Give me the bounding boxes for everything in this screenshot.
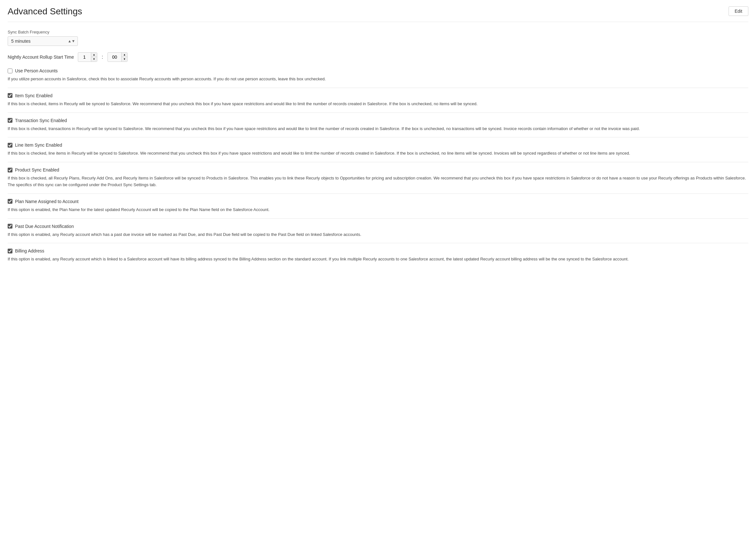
divider-2 — [8, 137, 748, 137]
checkbox-description-billing-address: If this option is enabled, any Recurly a… — [8, 256, 748, 263]
hour-up-button[interactable]: ▲ — [91, 53, 97, 57]
checkbox-section-billing-address: Billing AddressIf this option is enabled… — [8, 248, 748, 263]
divider-0 — [8, 88, 748, 88]
divider-4 — [8, 194, 748, 194]
hour-spinner-buttons: ▲ ▼ — [91, 53, 97, 62]
checkbox-label-transaction-sync-enabled[interactable]: Transaction Sync Enabled — [15, 118, 67, 123]
hour-field-group: ▲ ▼ — [78, 52, 97, 62]
checkbox-line-item-sync-enabled[interactable] — [8, 143, 12, 148]
page-header: Advanced Settings Edit — [8, 6, 748, 22]
checkbox-section-use-person-accounts: Use Person AccountsIf you utilize person… — [8, 68, 748, 88]
checkbox-description-use-person-accounts: If you utilize person accounts in Salesf… — [8, 76, 748, 82]
hour-input[interactable] — [78, 53, 91, 61]
checkbox-product-sync-enabled[interactable] — [8, 168, 12, 173]
checkbox-section-line-item-sync-enabled: Line Item Sync EnabledIf this box is che… — [8, 143, 748, 162]
time-colon: : — [101, 54, 104, 60]
checkbox-label-item-sync-enabled[interactable]: Item Sync Enabled — [15, 93, 53, 98]
checkbox-item-sync-enabled[interactable] — [8, 93, 12, 98]
checkbox-plan-name-assigned[interactable] — [8, 199, 12, 204]
checkbox-section-transaction-sync-enabled: Transaction Sync EnabledIf this box is c… — [8, 118, 748, 138]
checkboxes-container: Use Person AccountsIf you utilize person… — [8, 68, 748, 263]
checkbox-past-due-notification[interactable] — [8, 224, 12, 228]
sync-batch-frequency-wrapper: 5 minutes 1 minute 10 minutes 15 minutes… — [8, 36, 78, 46]
checkbox-section-item-sync-enabled: Item Sync EnabledIf this box is checked,… — [8, 93, 748, 113]
checkbox-label-product-sync-enabled[interactable]: Product Sync Enabled — [15, 167, 59, 173]
checkbox-billing-address[interactable] — [8, 249, 12, 253]
checkbox-description-product-sync-enabled: If this box is checked, all Recurly Plan… — [8, 175, 748, 189]
checkbox-section-product-sync-enabled: Product Sync EnabledIf this box is check… — [8, 167, 748, 194]
sync-batch-frequency-label: Sync Batch Frequency — [8, 30, 748, 35]
checkbox-label-billing-address[interactable]: Billing Address — [15, 248, 44, 253]
divider-3 — [8, 162, 748, 162]
checkbox-description-transaction-sync-enabled: If this box is checked, transactions in … — [8, 126, 748, 132]
divider-1 — [8, 112, 748, 113]
checkbox-row-item-sync-enabled: Item Sync Enabled — [8, 93, 748, 98]
checkbox-row-transaction-sync-enabled: Transaction Sync Enabled — [8, 118, 748, 123]
divider-5 — [8, 218, 748, 219]
nightly-rollup-row: Nightly Account Rollup Start Time ▲ ▼ : … — [8, 52, 748, 62]
checkbox-transaction-sync-enabled[interactable] — [8, 118, 12, 123]
checkbox-row-plan-name-assigned: Plan Name Assigned to Account — [8, 199, 748, 204]
minute-input[interactable] — [108, 53, 121, 61]
checkbox-description-past-due-notification: If this option is enabled, any Recurly a… — [8, 231, 748, 238]
sync-batch-frequency-select[interactable]: 5 minutes 1 minute 10 minutes 15 minutes… — [8, 36, 78, 46]
hour-down-button[interactable]: ▼ — [91, 57, 97, 62]
edit-button[interactable]: Edit — [729, 6, 748, 16]
checkbox-label-plan-name-assigned[interactable]: Plan Name Assigned to Account — [15, 199, 79, 204]
checkbox-row-use-person-accounts: Use Person Accounts — [8, 68, 748, 73]
minute-field-group: ▲ ▼ — [107, 52, 127, 62]
checkbox-row-line-item-sync-enabled: Line Item Sync Enabled — [8, 143, 748, 148]
minute-down-button[interactable]: ▼ — [121, 57, 127, 62]
checkbox-description-plan-name-assigned: If this option is enabled, the Plan Name… — [8, 206, 748, 213]
checkbox-description-item-sync-enabled: If this box is checked, items in Recurly… — [8, 101, 748, 107]
minute-up-button[interactable]: ▲ — [121, 53, 127, 57]
sync-batch-frequency-section: Sync Batch Frequency 5 minutes 1 minute … — [8, 30, 748, 46]
checkbox-section-plan-name-assigned: Plan Name Assigned to AccountIf this opt… — [8, 199, 748, 219]
checkbox-section-past-due-notification: Past Due Account NotificationIf this opt… — [8, 224, 748, 243]
checkbox-use-person-accounts[interactable] — [8, 68, 12, 73]
checkbox-description-line-item-sync-enabled: If this box is checked, line items in Re… — [8, 150, 748, 157]
checkbox-label-line-item-sync-enabled[interactable]: Line Item Sync Enabled — [15, 143, 62, 148]
minute-spinner-buttons: ▲ ▼ — [121, 53, 127, 62]
nightly-rollup-label: Nightly Account Rollup Start Time — [8, 55, 74, 60]
checkbox-row-billing-address: Billing Address — [8, 248, 748, 253]
page-title: Advanced Settings — [8, 6, 82, 17]
checkbox-row-product-sync-enabled: Product Sync Enabled — [8, 167, 748, 173]
checkbox-label-use-person-accounts[interactable]: Use Person Accounts — [15, 68, 58, 73]
checkbox-label-past-due-notification[interactable]: Past Due Account Notification — [15, 224, 74, 229]
checkbox-row-past-due-notification: Past Due Account Notification — [8, 224, 748, 229]
